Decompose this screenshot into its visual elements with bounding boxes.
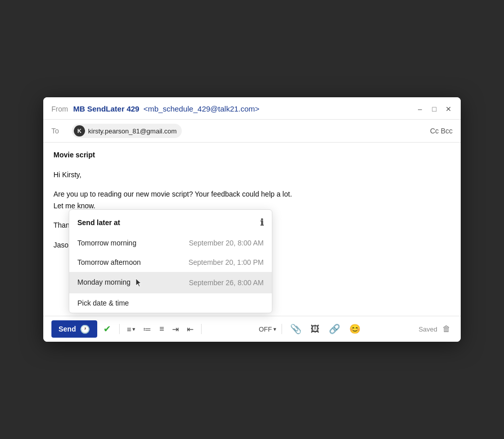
paperclip-icon: 📎 — [290, 323, 301, 335]
option-tomorrow-afternoon[interactable]: Tomorrow afternoon September 20, 1:00 PM — [69, 253, 272, 272]
send-later-popup: Send later at ℹ Tomorrow morning Septemb… — [69, 209, 272, 313]
toolbar-separator-3 — [282, 324, 282, 334]
off-label: OFF — [259, 325, 272, 333]
window-controls: – □ ✕ — [416, 105, 453, 113]
insert-link-button[interactable]: 🔗 — [326, 321, 343, 337]
clock-icon: 🕐 — [80, 324, 90, 334]
attach-file-button[interactable]: 📎 — [287, 321, 304, 337]
unordered-list-button[interactable]: ≡ — [157, 322, 166, 336]
emoji-button[interactable]: 😊 — [346, 321, 363, 337]
option-time: September 20, 1:00 PM — [188, 258, 264, 266]
indent-icon: ⇥ — [172, 325, 179, 334]
link-icon: 🔗 — [329, 323, 340, 335]
option-label: Tomorrow morning — [77, 239, 136, 247]
recipient-chip[interactable]: K kirsty.pearson_81@gmail.com — [72, 124, 182, 138]
email-greeting: Hi Kirsty, — [53, 169, 451, 180]
checkmark-icon: ✔ — [103, 323, 111, 335]
outdent-icon: ⇤ — [187, 325, 193, 334]
checkmark-button[interactable]: ✔ — [100, 321, 114, 337]
align-chevron-icon: ▾ — [132, 326, 135, 333]
toolbar: Send 🕐 ✔ ≡ ▾ ≔ ≡ ⇥ ⇤ OFF ▾ 📎 — [43, 316, 461, 342]
ordered-list-icon: ≔ — [143, 325, 151, 334]
align-button[interactable]: ≡ ▾ — [125, 323, 137, 336]
maximize-button[interactable]: □ — [430, 105, 438, 113]
email-subject: Movie script — [53, 151, 451, 159]
delete-button[interactable]: 🗑 — [440, 322, 453, 336]
dropdown-chevron-icon: ▾ — [273, 326, 276, 333]
recipient-email: kirsty.pearson_81@gmail.com — [88, 127, 177, 135]
sender-name: MB SendLater 429 — [73, 104, 139, 113]
send-later-header: Send later at ℹ — [69, 210, 272, 233]
to-label: To — [51, 127, 67, 135]
option-time: September 26, 8:00 AM — [189, 279, 264, 287]
indent-button[interactable]: ⇥ — [170, 322, 181, 336]
image-icon: 🖼 — [311, 324, 320, 335]
saved-label: Saved — [418, 325, 437, 333]
send-label: Send — [59, 325, 76, 333]
toolbar-separator-1 — [119, 324, 120, 334]
toolbar-separator-2 — [201, 324, 202, 334]
emoji-icon: 😊 — [349, 323, 360, 335]
minimize-button[interactable]: – — [416, 105, 424, 113]
align-icon: ≡ — [127, 325, 131, 334]
unordered-list-icon: ≡ — [159, 324, 164, 333]
sender-email: <mb_schedule_429@talk21.com> — [144, 104, 260, 113]
from-label: From — [51, 105, 68, 113]
send-button[interactable]: Send 🕐 — [51, 320, 97, 338]
option-tomorrow-morning[interactable]: Tomorrow morning September 20, 8:00 AM — [69, 233, 272, 253]
email-paragraph1: Are you up to reading our new movie scri… — [53, 188, 451, 211]
info-icon[interactable]: ℹ — [260, 217, 264, 228]
cc-bcc-button[interactable]: Cc Bcc — [430, 127, 453, 135]
option-label: Pick date & time — [77, 299, 129, 307]
outdent-button[interactable]: ⇤ — [184, 322, 196, 336]
to-row: To K kirsty.pearson_81@gmail.com Cc Bcc — [43, 120, 461, 143]
option-label: Monday morning — [77, 278, 143, 288]
close-button[interactable]: ✕ — [444, 105, 453, 113]
off-toggle-button[interactable]: OFF ▾ — [259, 325, 276, 333]
compose-window: From MB SendLater 429 <mb_schedule_429@t… — [43, 97, 461, 342]
ordered-list-button[interactable]: ≔ — [141, 322, 154, 336]
option-monday-morning[interactable]: Monday morning September 26, 8:00 AM — [69, 272, 272, 293]
option-label: Tomorrow afternoon — [77, 258, 141, 266]
option-pick-date[interactable]: Pick date & time — [69, 293, 272, 313]
option-time: September 20, 8:00 AM — [189, 239, 264, 247]
insert-image-button[interactable]: 🖼 — [307, 322, 323, 337]
trash-icon: 🗑 — [442, 324, 451, 333]
title-bar: From MB SendLater 429 <mb_schedule_429@t… — [43, 97, 461, 120]
avatar: K — [74, 125, 85, 136]
send-later-title: Send later at — [77, 218, 120, 227]
